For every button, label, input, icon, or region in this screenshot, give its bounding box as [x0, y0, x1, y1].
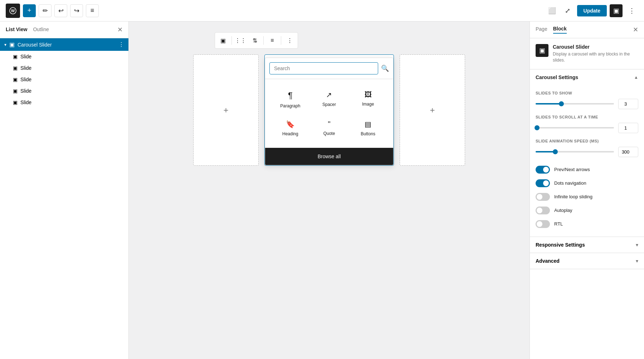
- align-button[interactable]: ≡: [266, 34, 279, 47]
- inserter-item-quote[interactable]: " Quote: [310, 114, 349, 142]
- animation-speed-row: [536, 147, 638, 157]
- inserter-item-image[interactable]: 🖼 Image: [348, 85, 387, 114]
- update-button[interactable]: Update: [577, 5, 607, 16]
- slides-row: + 🔍 ¶ Paragraph: [193, 54, 465, 166]
- autoplay-label: Autoplay: [554, 208, 572, 213]
- tree-item-more-icon[interactable]: ⋮: [118, 41, 124, 48]
- block-name: Carousel Slider: [553, 44, 638, 50]
- view-toggle-button[interactable]: ⬜: [546, 4, 558, 17]
- responsive-settings-header[interactable]: Responsive Settings ▾: [530, 237, 644, 253]
- canvas-center: ▣ ⋮⋮ ⇅ ≡ ⋮ + 🔍: [193, 32, 465, 166]
- autoplay-toggle[interactable]: [536, 207, 550, 214]
- block-description: Display a carousel with any blocks in th…: [553, 51, 638, 63]
- toggle-rtl: RTL: [536, 217, 638, 231]
- block-info-text: Carousel Slider Display a carousel with …: [553, 44, 638, 63]
- inserter-item-label: Spacer: [322, 102, 336, 107]
- dots-toggle[interactable]: [536, 179, 550, 187]
- inserter-item-label: Heading: [282, 131, 298, 136]
- slide-column-1[interactable]: +: [193, 54, 259, 166]
- slide-icon: ▣: [13, 88, 18, 94]
- inserter-item-heading[interactable]: 🔖 Heading: [271, 114, 310, 142]
- add-block-button[interactable]: +: [23, 4, 36, 17]
- infinite-toggle[interactable]: [536, 193, 550, 201]
- slides-to-show-row: [536, 99, 638, 109]
- advanced-chevron-icon: ▾: [636, 258, 638, 264]
- carousel-settings-title: Carousel Settings: [536, 74, 578, 80]
- canvas: ▣ ⋮⋮ ⇅ ≡ ⋮ + 🔍: [129, 21, 530, 359]
- tree-item-slide-5[interactable]: ▣ Slide: [0, 97, 128, 108]
- move-up-down-button[interactable]: ⇅: [248, 34, 261, 47]
- tree-item-carousel-slider[interactable]: ▾ ▣ Carousel Slider ⋮: [0, 38, 128, 51]
- undo-button[interactable]: ↩: [54, 4, 67, 17]
- browse-all-button[interactable]: Browse all: [265, 148, 393, 165]
- tab-page[interactable]: Page: [536, 26, 547, 33]
- inserter-item-label: Buttons: [361, 131, 375, 136]
- animation-speed-track: [536, 151, 614, 152]
- inserter-item-label: Image: [362, 102, 374, 107]
- inserter-item-buttons[interactable]: ▤ Buttons: [348, 114, 387, 142]
- tab-outline[interactable]: Outline: [33, 26, 49, 33]
- dots-label: Dots navigation: [554, 180, 586, 186]
- slides-to-show-label: SLIDES TO SHOW: [536, 91, 638, 95]
- tree-item-slide-3[interactable]: ▣ Slide: [0, 74, 128, 85]
- slide-icon: ▣: [13, 65, 18, 71]
- paragraph-icon: ¶: [288, 91, 293, 101]
- drag-handle-button[interactable]: ⋮⋮: [234, 34, 247, 47]
- right-panel-header: Page Block ✕: [530, 21, 644, 38]
- advanced-title: Advanced: [536, 258, 560, 264]
- slide-column-3[interactable]: +: [400, 54, 465, 166]
- tree-item-label: Carousel Slider: [18, 42, 52, 48]
- add-slide-1-icon[interactable]: +: [223, 105, 228, 115]
- block-type-icon: ▣: [536, 44, 548, 57]
- panel-close-button[interactable]: ✕: [117, 26, 123, 34]
- search-input[interactable]: [269, 62, 378, 74]
- right-panel: Page Block ✕ ▣ Carousel Slider Display a…: [530, 21, 644, 359]
- tree-item-slide-4[interactable]: ▣ Slide: [0, 85, 128, 97]
- heading-icon: 🔖: [286, 120, 295, 128]
- slides-to-show-fill: [536, 103, 561, 105]
- inserter-item-label: Quote: [323, 131, 335, 136]
- slides-to-scroll-track: [536, 127, 614, 128]
- slides-to-scroll-input[interactable]: [618, 123, 638, 133]
- svg-text:W: W: [11, 9, 15, 13]
- prev-next-toggle[interactable]: [536, 166, 550, 174]
- wp-logo: W: [6, 4, 20, 18]
- inserter-item-paragraph[interactable]: ¶ Paragraph: [271, 85, 310, 114]
- add-slide-3-icon[interactable]: +: [430, 105, 435, 115]
- tab-list-view[interactable]: List View: [6, 26, 27, 33]
- inserter-item-spacer[interactable]: ↗ Spacer: [310, 85, 349, 114]
- carousel-settings-header[interactable]: Carousel Settings ▲: [530, 69, 644, 85]
- carousel-settings-chevron-icon: ▲: [634, 75, 638, 80]
- external-link-button[interactable]: ⤢: [561, 4, 574, 17]
- settings-toggle-button[interactable]: ▣: [610, 4, 623, 17]
- inserter-item-label: Paragraph: [280, 103, 300, 108]
- slides-to-scroll-label: SLIDES TO SCROLL AT A TIME: [536, 115, 638, 119]
- redo-button[interactable]: ↪: [70, 4, 83, 17]
- tab-block[interactable]: Block: [553, 26, 567, 34]
- animation-speed-input[interactable]: [618, 147, 638, 157]
- block-info: ▣ Carousel Slider Display a carousel wit…: [530, 38, 644, 69]
- buttons-icon: ▤: [365, 120, 371, 128]
- more-block-options[interactable]: ⋮: [283, 34, 296, 47]
- tree-item-label: Slide: [20, 77, 31, 82]
- carousel-block-icon[interactable]: ▣: [216, 34, 229, 47]
- main-layout: List View Outline ✕ ▾ ▣ Carousel Slider …: [0, 21, 644, 359]
- tree-item-slide-1[interactable]: ▣ Slide: [0, 51, 128, 62]
- list-view-button[interactable]: ≡: [86, 4, 99, 17]
- more-options-button[interactable]: ⋮: [625, 4, 638, 17]
- quote-icon: ": [328, 120, 330, 128]
- slides-to-show-track: [536, 103, 614, 105]
- slide-column-2[interactable]: 🔍 ¶ Paragraph ↗ Spacer: [264, 54, 394, 166]
- toolbar-divider-2: [263, 36, 264, 45]
- toggle-infinite: Infinite loop sliding: [536, 190, 638, 204]
- tree-item-slide-2[interactable]: ▣ Slide: [0, 62, 128, 74]
- slides-to-show-input[interactable]: [618, 99, 638, 109]
- rtl-toggle[interactable]: [536, 220, 550, 228]
- edit-button[interactable]: ✏: [39, 4, 52, 17]
- advanced-header[interactable]: Advanced ▾: [530, 253, 644, 269]
- block-toolbar: ▣ ⋮⋮ ⇅ ≡ ⋮: [215, 32, 298, 49]
- animation-speed-thumb: [553, 149, 558, 154]
- right-panel-close-button[interactable]: ✕: [633, 26, 638, 34]
- toggle-autoplay: Autoplay: [536, 204, 638, 217]
- carousel-slider-icon: ▣: [9, 41, 15, 48]
